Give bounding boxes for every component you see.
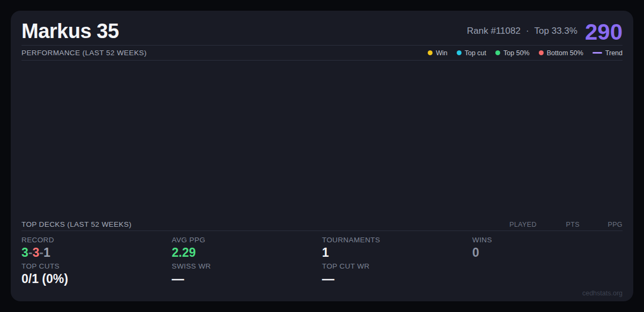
record-separator: - <box>39 246 43 259</box>
stat-value-record: 3-3-1 <box>21 246 172 259</box>
stat-value: 1 <box>322 246 472 259</box>
trend-line-icon <box>592 52 602 54</box>
stat-wins: WINS 0 <box>472 236 623 259</box>
chart-legend: Win Top cut Top 50% Bottom 50% Trend <box>428 49 623 57</box>
legend-item-trend: Trend <box>592 49 623 57</box>
legend-label: Top cut <box>465 49 486 57</box>
column-header-played: PLAYED <box>494 221 537 228</box>
legend-label: Trend <box>605 49 623 57</box>
legend-label: Win <box>436 49 448 57</box>
legend-label: Top 50% <box>503 49 530 57</box>
legend-item-top-cut: Top cut <box>457 49 486 57</box>
legend-item-win: Win <box>428 49 448 57</box>
legend-item-bottom50: Bottom 50% <box>539 49 583 57</box>
site-watermark: cedhstats.org <box>582 289 623 297</box>
rank-group: Rank #11082 · Top 33.3% 290 <box>467 22 623 42</box>
stat-label: WINS <box>472 236 623 244</box>
stat-label: SWISS WR <box>172 262 322 270</box>
stats-grid: RECORD 3-3-1 AVG PPG 2.29 TOURNAMENTS 1 … <box>21 236 623 286</box>
stat-value: 0 <box>472 246 623 259</box>
record-wins: 3 <box>21 246 28 259</box>
card-header: Markus 35 Rank #11082 · Top 33.3% 290 <box>21 11 623 46</box>
rank-separator-dot: · <box>526 26 529 36</box>
stat-label: AVG PPG <box>172 236 322 244</box>
stat-top-cuts: TOP CUTS 0/1 (0%) <box>21 262 172 286</box>
stat-avg-ppg: AVG PPG 2.29 <box>172 236 322 259</box>
rank-label: Rank #11082 <box>467 26 521 36</box>
legend-item-top50: Top 50% <box>495 49 530 57</box>
bottom50-dot-icon <box>539 50 544 55</box>
stat-top-cut-wr: TOP CUT WR — <box>322 262 472 286</box>
top-decks-section-title: TOP DECKS (LAST 52 WEEKS) <box>21 220 131 228</box>
top50-dot-icon <box>495 50 500 55</box>
column-header-ppg: PPG <box>580 221 623 228</box>
record-draws: 1 <box>43 246 50 259</box>
top-percent-label: Top 33.3% <box>535 26 577 36</box>
stat-value: 0/1 (0%) <box>21 272 172 286</box>
column-header-pts: PTS <box>537 221 580 228</box>
performance-section-title: PERFORMANCE (LAST 52 WEEKS) <box>21 49 147 57</box>
stat-empty-cell <box>472 262 623 286</box>
performance-header-row: PERFORMANCE (LAST 52 WEEKS) Win Top cut … <box>21 46 623 61</box>
stat-value: — <box>322 272 472 286</box>
performance-chart-area <box>21 61 623 218</box>
stat-label: TOURNAMENTS <box>322 236 472 244</box>
top-decks-header-row: TOP DECKS (LAST 52 WEEKS) PLAYED PTS PPG <box>21 218 623 231</box>
stat-swiss-wr: SWISS WR — <box>172 262 322 286</box>
stat-value: — <box>172 272 322 286</box>
player-stats-card: Markus 35 Rank #11082 · Top 33.3% 290 PE… <box>11 11 633 301</box>
stat-tournaments: TOURNAMENTS 1 <box>322 236 472 259</box>
rank-line: Rank #11082 · Top 33.3% <box>467 26 577 39</box>
top-cut-dot-icon <box>457 50 462 55</box>
stat-label: RECORD <box>21 236 172 244</box>
player-score: 290 <box>585 22 623 42</box>
legend-label: Bottom 50% <box>547 49 583 57</box>
record-losses: 3 <box>32 246 39 259</box>
win-dot-icon <box>428 50 433 55</box>
stat-label: TOP CUTS <box>21 262 172 270</box>
page-title: Markus 35 <box>21 21 119 42</box>
stat-value: 2.29 <box>172 246 322 259</box>
top-decks-column-headers: PLAYED PTS PPG <box>494 221 623 228</box>
stat-label: TOP CUT WR <box>322 262 472 270</box>
stat-record: RECORD 3-3-1 <box>21 236 172 259</box>
